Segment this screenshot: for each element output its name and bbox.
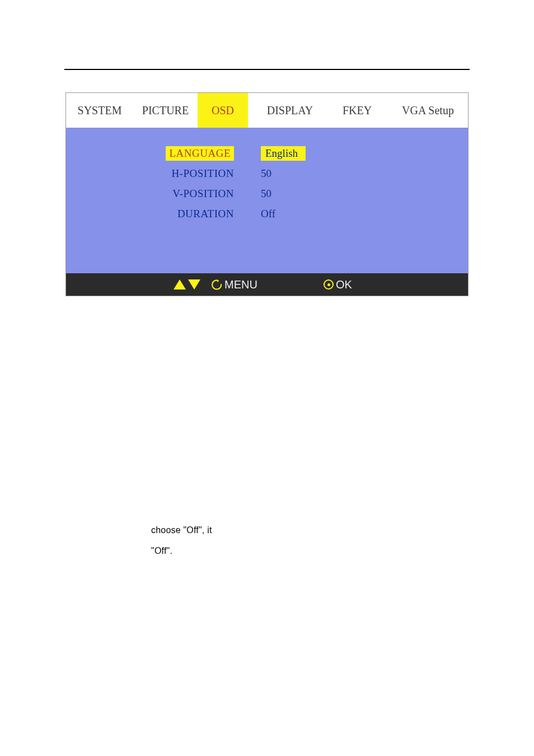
menu-hint[interactable]: MENU bbox=[212, 278, 324, 291]
osd-row-duration[interactable]: DURATION Off bbox=[66, 204, 468, 224]
arrow-down-icon bbox=[188, 279, 200, 290]
vposition-label: V-POSITION bbox=[66, 188, 256, 200]
arrow-up-icon bbox=[174, 279, 186, 290]
duration-value: Off bbox=[256, 208, 324, 220]
back-arrow-icon bbox=[212, 279, 223, 290]
osd-row-hposition[interactable]: H-POSITION 50 bbox=[66, 164, 468, 184]
hposition-value: 50 bbox=[256, 167, 324, 180]
language-value: English bbox=[261, 146, 306, 161]
osd-body: LANGUAGE English H-POSITION 50 V-POSITIO… bbox=[66, 128, 468, 273]
hposition-label: H-POSITION bbox=[66, 167, 256, 180]
osd-value: English bbox=[256, 146, 324, 161]
osd-footer: MENU OK bbox=[66, 273, 468, 296]
body-text-line-2: "Off". bbox=[151, 546, 172, 556]
osd-label: LANGUAGE bbox=[66, 146, 256, 161]
ok-hint[interactable]: OK bbox=[324, 278, 407, 291]
osd-row-language[interactable]: LANGUAGE English bbox=[66, 143, 468, 164]
duration-label: DURATION bbox=[66, 208, 256, 220]
language-label: LANGUAGE bbox=[166, 146, 234, 161]
tab-vga-setup[interactable]: VGA Setup bbox=[388, 93, 468, 128]
tab-osd[interactable]: OSD bbox=[198, 93, 248, 128]
tab-picture[interactable]: PICTURE bbox=[133, 93, 198, 128]
ok-label: OK bbox=[336, 278, 352, 291]
page: SYSTEM PICTURE OSD DISPLAY FKEY VGA Setu… bbox=[0, 69, 534, 756]
horizontal-rule bbox=[64, 69, 470, 70]
osd-panel: SYSTEM PICTURE OSD DISPLAY FKEY VGA Setu… bbox=[65, 92, 469, 296]
tab-fkey[interactable]: FKEY bbox=[326, 93, 388, 128]
menu-label: MENU bbox=[224, 278, 257, 291]
tab-system[interactable]: SYSTEM bbox=[66, 93, 133, 128]
vposition-value: 50 bbox=[256, 188, 324, 200]
target-icon bbox=[324, 279, 334, 290]
tab-display[interactable]: DISPLAY bbox=[254, 93, 326, 128]
nav-arrows[interactable] bbox=[66, 279, 212, 290]
osd-tabs: SYSTEM PICTURE OSD DISPLAY FKEY VGA Setu… bbox=[66, 93, 468, 128]
body-text-line-1: choose "Off", it bbox=[151, 525, 212, 535]
osd-row-vposition[interactable]: V-POSITION 50 bbox=[66, 184, 468, 204]
